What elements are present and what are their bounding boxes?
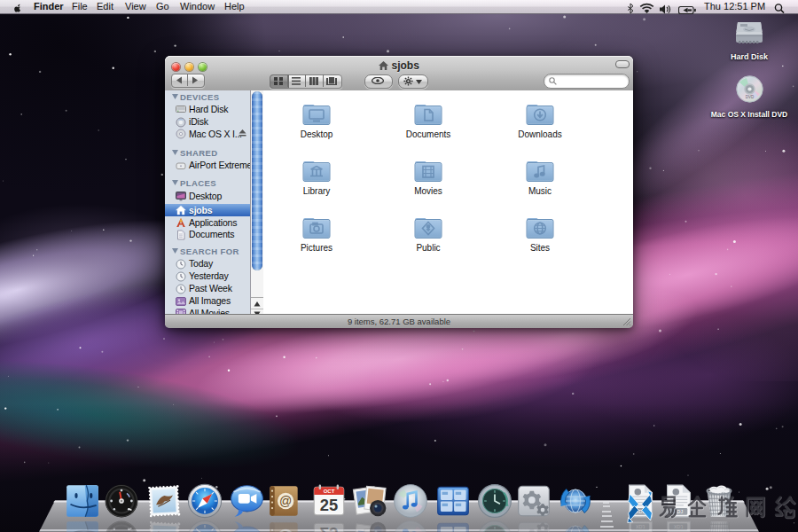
svg-text:@: @ xyxy=(279,494,292,508)
svg-text:OCT: OCT xyxy=(324,489,335,494)
svg-text:25: 25 xyxy=(320,524,338,532)
svg-text:25: 25 xyxy=(320,496,338,514)
svg-text:DVD: DVD xyxy=(746,95,755,99)
